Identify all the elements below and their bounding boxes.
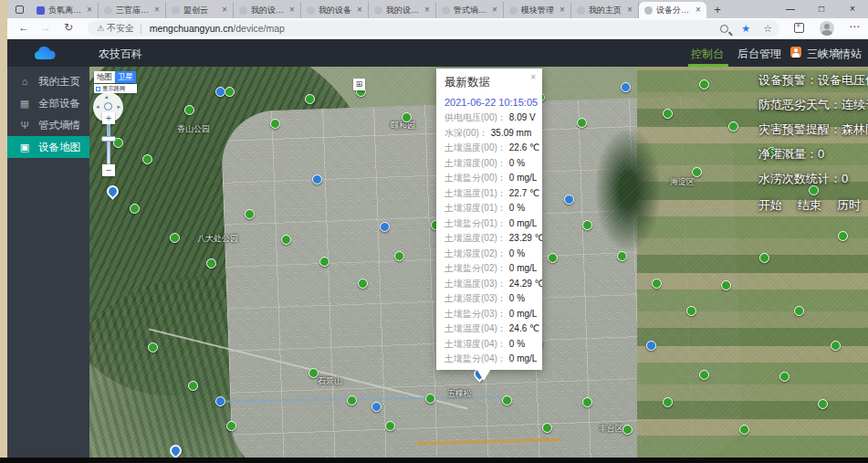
device-marker[interactable]	[319, 257, 329, 267]
device-marker[interactable]	[564, 195, 574, 205]
device-marker[interactable]	[699, 370, 709, 380]
browser-tab[interactable]: 三官庙保护 ×	[99, 2, 166, 18]
device-marker[interactable]	[721, 280, 731, 290]
tab-close-icon[interactable]: ×	[288, 5, 297, 15]
pan-left-icon[interactable]: ◂	[96, 103, 99, 110]
device-marker[interactable]	[206, 258, 216, 268]
device-marker[interactable]	[699, 79, 709, 89]
pan-up-icon[interactable]: ▴	[105, 93, 109, 100]
zoom-slider-handle[interactable]	[101, 136, 116, 142]
device-marker[interactable]	[402, 112, 412, 122]
device-marker[interactable]	[548, 253, 558, 263]
device-marker[interactable]	[686, 306, 696, 316]
popup-close-icon[interactable]: ×	[530, 72, 536, 82]
device-marker[interactable]	[582, 397, 592, 407]
tab-close-icon[interactable]: ×	[625, 5, 634, 15]
device-marker[interactable]	[502, 395, 512, 405]
tab-close-icon[interactable]: ×	[694, 5, 703, 15]
device-marker[interactable]	[215, 87, 225, 97]
sidebar-item[interactable]: ▦ 全部设备	[7, 92, 89, 114]
device-marker[interactable]	[728, 121, 738, 132]
device-marker[interactable]	[225, 87, 235, 97]
pan-right-icon[interactable]: ▸	[117, 103, 120, 110]
device-marker[interactable]	[739, 425, 749, 435]
tab-close-icon[interactable]: ×	[85, 5, 94, 15]
device-marker[interactable]	[794, 306, 804, 316]
add-favorite-icon[interactable]: ☆	[763, 23, 772, 35]
tab-close-icon[interactable]: ×	[220, 5, 229, 15]
zoom-page-icon[interactable]	[720, 25, 728, 33]
action-button[interactable]: 历时	[837, 197, 861, 214]
device-marker[interactable]	[130, 204, 140, 214]
browser-tab[interactable]: 盟创云 ×	[166, 2, 234, 18]
action-button[interactable]: 开始	[758, 197, 782, 214]
device-marker[interactable]	[838, 231, 848, 241]
device-marker[interactable]	[621, 82, 631, 92]
minimize-button[interactable]: —	[775, 0, 806, 18]
brand-title[interactable]: 农技百科	[99, 47, 142, 62]
more-menu-icon[interactable]: ⋯	[849, 20, 861, 33]
tab-close-icon[interactable]: ×	[355, 5, 364, 15]
roadnet-toggle[interactable]: 显示路网	[94, 84, 137, 93]
device-marker[interactable]	[818, 399, 828, 409]
device-marker[interactable]	[188, 381, 198, 391]
tab-actions-icon[interactable]	[7, 2, 31, 17]
device-marker[interactable]	[582, 220, 592, 230]
security-label[interactable]: 不安全	[107, 22, 134, 35]
address-bar[interactable]: ⚠ 不安全 | mengchuangyun.cn /device/map ★ ☆	[88, 20, 779, 37]
map-canvas[interactable]: 香山公园八大处公园石景山颐和园五棵松玉渊潭丰台区海淀区 地图卫星 显示路网 ▴ …	[89, 67, 868, 458]
device-marker[interactable]	[347, 395, 357, 405]
tab-close-icon[interactable]: ×	[423, 5, 432, 15]
device-marker[interactable]	[622, 425, 633, 435]
device-marker[interactable]	[270, 119, 280, 129]
device-marker[interactable]	[759, 253, 769, 263]
device-marker[interactable]	[309, 368, 319, 378]
device-marker[interactable]	[371, 402, 382, 412]
device-marker[interactable]	[380, 222, 390, 232]
new-tab-button[interactable]: +	[706, 2, 728, 18]
maximize-button[interactable]: □	[806, 0, 837, 18]
nav-console[interactable]: 控制台	[691, 47, 724, 62]
device-marker[interactable]	[142, 154, 152, 164]
device-marker[interactable]	[617, 251, 627, 261]
tab-close-icon[interactable]: ×	[152, 5, 162, 15]
browser-tab[interactable]: 我的设备 ×	[301, 2, 369, 18]
refresh-button[interactable]: ↻	[64, 21, 73, 34]
browser-tab[interactable]: 设备分布图 ×	[639, 2, 706, 18]
zoom-in-button[interactable]: +	[102, 112, 115, 124]
device-marker[interactable]	[226, 421, 236, 431]
browser-tab[interactable]: 我的主页 ×	[571, 2, 639, 18]
close-button[interactable]: ×	[837, 0, 868, 18]
map-type-button[interactable]: 卫星	[115, 71, 136, 83]
browser-tab[interactable]: 负氧离子监测 ×	[31, 2, 99, 18]
pan-center-icon[interactable]	[104, 102, 112, 110]
tab-close-icon[interactable]: ×	[490, 5, 499, 15]
device-marker[interactable]	[577, 118, 587, 128]
map-type-button[interactable]: 地图	[94, 71, 115, 83]
action-button[interactable]: 结束	[798, 197, 821, 214]
browser-tab[interactable]: 管式墒情监 ×	[436, 2, 504, 18]
device-marker[interactable]	[215, 396, 225, 406]
back-button[interactable]: ←	[18, 21, 29, 34]
device-marker[interactable]	[170, 233, 180, 243]
device-marker[interactable]	[692, 167, 702, 177]
device-marker[interactable]	[385, 421, 395, 431]
profile-avatar[interactable]	[820, 21, 834, 36]
device-marker[interactable]	[425, 394, 435, 404]
tab-close-icon[interactable]: ×	[558, 5, 567, 15]
device-marker[interactable]	[646, 341, 656, 351]
device-marker[interactable]	[312, 174, 322, 184]
device-marker[interactable]	[305, 94, 315, 104]
device-marker[interactable]	[358, 279, 368, 289]
device-marker[interactable]	[281, 235, 291, 245]
device-marker[interactable]	[652, 279, 662, 289]
device-marker[interactable]	[394, 251, 404, 261]
sidebar-item[interactable]: ▣ 设备地图	[7, 136, 89, 158]
roadnet-checkbox[interactable]	[96, 87, 100, 91]
device-marker[interactable]	[779, 372, 790, 382]
favorite-star-icon[interactable]: ★	[741, 23, 750, 35]
device-marker[interactable]	[245, 209, 255, 219]
device-marker[interactable]	[831, 341, 841, 351]
zoom-out-button[interactable]: −	[102, 164, 115, 176]
device-marker[interactable]	[663, 109, 673, 119]
